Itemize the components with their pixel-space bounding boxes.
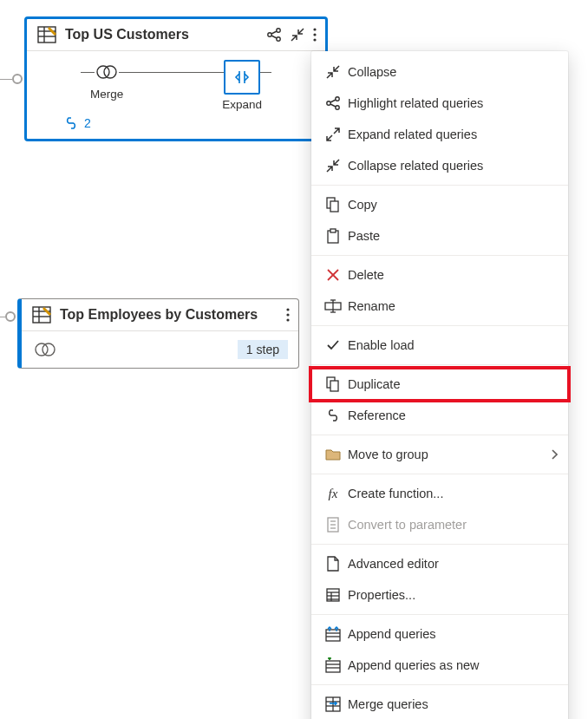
svg-point-11 (313, 38, 316, 41)
card-body: Merge Expand (27, 51, 325, 116)
collapse-icon[interactable] (291, 28, 304, 42)
query-card-top-us-customers[interactable]: Top US Customers Merge Expand (24, 16, 328, 141)
menu-label: Reference (348, 409, 558, 422)
menu-item-rename[interactable]: Rename (311, 291, 568, 322)
paste-icon (322, 228, 344, 244)
menu-separator (311, 474, 568, 474)
svg-point-13 (104, 66, 116, 78)
menu-item-append-as-new[interactable]: Append queries as new (311, 650, 568, 681)
svg-point-6 (277, 37, 280, 41)
menu-label: Enable load (348, 338, 558, 352)
menu-item-append-queries[interactable]: Append queries (311, 618, 568, 650)
menu-item-advanced-editor[interactable]: Advanced editor (311, 548, 568, 579)
chevron-right-icon (551, 449, 558, 460)
svg-line-8 (271, 36, 277, 38)
query-card-top-employees[interactable]: Top Employees by Customers 1 step (17, 298, 299, 369)
menu-label: Copy (348, 198, 558, 212)
card-body: 1 step (22, 331, 298, 368)
reference-count[interactable]: 2 (27, 116, 325, 139)
svg-line-7 (271, 31, 277, 34)
svg-line-28 (330, 104, 336, 107)
menu-item-enable-load[interactable]: Enable load (311, 330, 568, 361)
menu-separator (311, 255, 568, 256)
menu-item-collapse-related[interactable]: Collapse related queries (311, 150, 568, 181)
card-header: Top Employees by Customers (22, 299, 298, 331)
svg-point-26 (336, 106, 339, 109)
step-merge[interactable]: Merge (90, 60, 123, 101)
menu-label: Rename (348, 299, 558, 313)
parameter-icon (322, 517, 344, 533)
more-icon[interactable] (286, 307, 290, 323)
svg-point-21 (286, 318, 289, 321)
connector-node (5, 311, 16, 322)
merge-icon (322, 696, 344, 712)
svg-rect-51 (326, 630, 340, 641)
card-title: Top US Customers (65, 27, 259, 42)
menu-separator (311, 435, 568, 435)
menu-item-move-to-group[interactable]: Move to group (311, 439, 568, 470)
menu-item-duplicate[interactable]: Duplicate (311, 369, 568, 400)
connector-line (0, 317, 5, 317)
svg-rect-30 (330, 201, 338, 212)
collapse-icon (322, 65, 344, 79)
svg-point-23 (42, 343, 55, 356)
share-icon[interactable] (266, 27, 282, 42)
menu-label: Delete (348, 268, 558, 282)
menu-label: Highlight related queries (348, 96, 558, 110)
duplicate-icon (322, 376, 344, 392)
function-icon: fx (322, 487, 344, 501)
menu-label: Create function... (348, 487, 558, 500)
menu-label: Collapse (348, 65, 558, 79)
menu-label: Paste (348, 229, 558, 243)
svg-point-10 (313, 33, 316, 36)
menu-separator (311, 614, 568, 615)
checkmark-icon (322, 338, 344, 352)
svg-rect-40 (330, 381, 338, 391)
menu-item-merge-queries[interactable]: Merge queries (311, 689, 568, 719)
reference-icon (322, 409, 344, 422)
more-icon[interactable] (313, 27, 317, 42)
editor-icon (322, 556, 344, 572)
query-context-menu: Collapse Highlight related queries Expan… (311, 51, 568, 719)
svg-point-22 (36, 343, 48, 356)
copy-icon (322, 197, 344, 212)
svg-point-20 (286, 313, 289, 316)
menu-item-collapse[interactable]: Collapse (311, 56, 568, 88)
menu-item-create-function[interactable]: fx Create function... (311, 478, 568, 509)
connector-line (0, 79, 12, 80)
menu-item-expand-related[interactable]: Expand related queries (311, 119, 568, 150)
svg-point-24 (327, 101, 330, 105)
share-icon (322, 95, 344, 111)
delete-icon (322, 268, 344, 282)
append-icon (322, 626, 344, 642)
menu-item-delete[interactable]: Delete (311, 259, 568, 291)
step-expand[interactable]: Expand (222, 60, 262, 111)
menu-item-highlight-related[interactable]: Highlight related queries (311, 88, 568, 119)
menu-separator (311, 364, 568, 365)
menu-label: Properties... (348, 588, 558, 602)
folder-icon (322, 448, 344, 461)
menu-item-copy[interactable]: Copy (311, 189, 568, 220)
connector-node (12, 74, 23, 84)
menu-item-properties[interactable]: Properties... (311, 579, 568, 611)
step-count-badge[interactable]: 1 step (238, 340, 288, 359)
svg-point-25 (336, 97, 339, 101)
menu-item-reference[interactable]: Reference (311, 400, 568, 431)
card-header: Top US Customers (27, 19, 325, 51)
svg-point-19 (286, 308, 289, 310)
svg-rect-54 (326, 661, 340, 672)
expand-icon (322, 127, 344, 141)
menu-separator (311, 544, 568, 545)
merge-icon[interactable] (34, 341, 56, 358)
menu-label: Convert to parameter (348, 518, 558, 532)
reference-count-value: 2 (84, 116, 91, 130)
table-icon (30, 306, 53, 324)
menu-label: Merge queries (348, 697, 558, 711)
svg-point-9 (313, 28, 316, 30)
menu-label: Duplicate (348, 377, 558, 391)
menu-item-paste[interactable]: Paste (311, 220, 568, 252)
svg-rect-32 (330, 229, 336, 232)
table-icon (36, 26, 58, 43)
menu-label: Append queries (348, 627, 558, 641)
menu-label: Collapse related queries (348, 159, 558, 173)
